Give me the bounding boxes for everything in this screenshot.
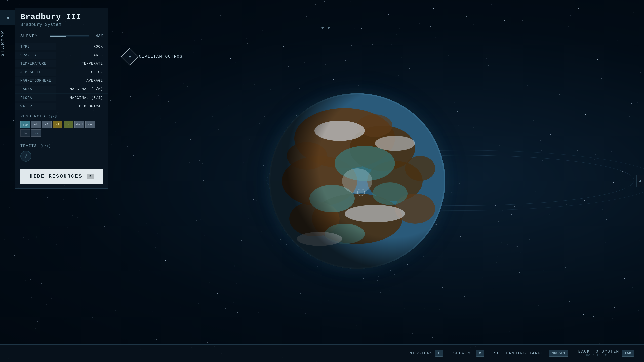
- hide-resources-key-badge: R: [87, 174, 94, 179]
- stat-value: MARGINAL (0/4): [56, 94, 108, 101]
- missions-key: L: [435, 350, 443, 357]
- survey-section: SURVEY 43%: [15, 30, 108, 42]
- stat-label: FAUNA: [15, 86, 56, 93]
- system-name: Bradbury System: [20, 22, 103, 27]
- resources-section: RESOURCES (0/8) H₂OPbClNiUSiHClCoTi...: [15, 111, 108, 140]
- survey-bar-fill: [50, 36, 66, 37]
- resources-title: RESOURCES: [20, 114, 45, 119]
- resource-badge[interactable]: U: [64, 121, 73, 128]
- stat-value: TEMPERATE: [56, 60, 108, 67]
- back-to-system-key: TAB: [622, 350, 634, 357]
- arrow-left-icon: ▼: [321, 25, 324, 31]
- resource-badge[interactable]: Ti: [20, 129, 30, 137]
- traits-header: TRAITS (0/1): [20, 144, 103, 148]
- stat-row: TYPE ROCK: [15, 42, 108, 51]
- resource-badge[interactable]: Ni: [53, 121, 62, 128]
- outpost-label: CIVILIAN OUTPOST: [139, 54, 186, 59]
- planet-surface-svg: [269, 93, 445, 269]
- stat-value: HIGH O2: [56, 69, 108, 76]
- arrow-right-icon: ▼: [327, 25, 330, 31]
- stat-row: TEMPERATURE TEMPERATE: [15, 59, 108, 68]
- bottom-bar: MISSIONS L SHOW ME V SET LANDING TARGET …: [0, 344, 644, 362]
- set-landing-action[interactable]: SET LANDING TARGET MOUSE1: [494, 350, 568, 357]
- panel-header: Bradbury III Bradbury System: [15, 8, 108, 30]
- stat-label: TEMPERATURE: [15, 60, 56, 67]
- stat-label: ATMOSPHERE: [15, 69, 56, 76]
- set-landing-key: MOUSE1: [549, 350, 568, 357]
- stat-row: WATER BIOLOGICAL: [15, 102, 108, 111]
- landing-cursor: [357, 189, 365, 196]
- resource-badge[interactable]: SiHCl: [74, 121, 84, 128]
- missions-action[interactable]: MISSIONS L: [410, 350, 443, 357]
- stat-value: MARGINAL (0/5): [56, 86, 108, 93]
- stat-value: AVERAGE: [56, 77, 108, 84]
- starmap-label: STARMAP: [0, 25, 15, 61]
- right-arrow-icon: ◀: [639, 178, 641, 184]
- back-to-system-action[interactable]: BACK TO SYSTEM HOLD TO EXIT TAB: [578, 349, 634, 357]
- stat-label: WATER: [15, 103, 56, 110]
- stat-row: ATMOSPHERE HIGH O2: [15, 68, 108, 76]
- planet-name: Bradbury III: [20, 12, 103, 22]
- resources-header: RESOURCES (0/8): [20, 114, 103, 119]
- right-collapse-arrow[interactable]: ◀: [636, 175, 644, 187]
- info-panel: Bradbury III Bradbury System SURVEY 43% …: [15, 8, 108, 189]
- outpost-icon-inner: ⊞: [129, 55, 131, 58]
- resource-badge[interactable]: Pb: [31, 121, 41, 128]
- hide-resources-button[interactable]: HIDE RESOURCES R: [20, 169, 103, 184]
- stat-row: FLORA MARGINAL (0/4): [15, 94, 108, 102]
- traits-section: TRAITS (0/1) ?: [15, 140, 108, 165]
- missions-label: MISSIONS: [410, 351, 433, 356]
- resources-list: H₂OPbClNiUSiHClCoTi...: [20, 121, 103, 137]
- resources-count: (0/8): [48, 115, 59, 119]
- survey-progress-bar: [50, 35, 89, 37]
- show-me-key: V: [476, 350, 484, 357]
- hide-resources-label: HIDE RESOURCES: [30, 173, 83, 179]
- stats-section: TYPE ROCK GRAVITY 1.46 G TEMPERATURE TEM…: [15, 42, 108, 111]
- survey-percent: 43%: [93, 34, 103, 38]
- stat-row: MAGNETOSPHERE AVERAGE: [15, 76, 108, 85]
- show-me-action[interactable]: SHOW ME V: [453, 350, 484, 357]
- stat-value: 1.46 G: [56, 52, 108, 59]
- show-me-label: SHOW ME: [453, 351, 473, 356]
- traits-title: TRAITS: [20, 144, 37, 148]
- stat-value: BIOLOGICAL: [56, 103, 108, 110]
- resource-badge[interactable]: Co: [85, 121, 95, 128]
- collapse-arrow-icon: ◀: [6, 15, 9, 20]
- planet: [269, 93, 445, 269]
- outpost-diamond-icon[interactable]: ⊞: [121, 48, 139, 66]
- resource-badge[interactable]: ...: [31, 129, 41, 137]
- stat-label: MAGNETOSPHERE: [15, 77, 56, 84]
- stat-label: FLORA: [15, 94, 56, 101]
- sidebar-collapse-button[interactable]: ◀: [0, 10, 15, 25]
- traits-count: (0/1): [40, 144, 51, 148]
- svg-point-23: [269, 93, 445, 269]
- resource-badge[interactable]: H₂O: [20, 121, 30, 128]
- back-to-system-label: BACK TO SYSTEM: [578, 349, 619, 354]
- set-landing-label: SET LANDING TARGET: [494, 351, 547, 356]
- civilian-outpost-marker[interactable]: ⊞ CIVILIAN OUTPOST: [123, 50, 186, 63]
- stat-value: ROCK: [56, 43, 108, 50]
- stat-label: GRAVITY: [15, 52, 56, 59]
- stat-row: FAUNA MARGINAL (0/5): [15, 85, 108, 94]
- planet-container: [269, 93, 445, 269]
- top-navigation-arrows: ▼ ▼: [321, 25, 330, 31]
- stat-row: GRAVITY 1.46 G: [15, 51, 108, 59]
- back-to-system-labels: BACK TO SYSTEM HOLD TO EXIT: [578, 349, 619, 357]
- stat-label: TYPE: [15, 43, 56, 50]
- survey-label: SURVEY: [20, 34, 46, 38]
- back-to-system-sublabel: HOLD TO EXIT: [586, 354, 611, 357]
- resource-badge[interactable]: Cl: [42, 121, 52, 128]
- trait-unknown-button[interactable]: ?: [20, 151, 31, 162]
